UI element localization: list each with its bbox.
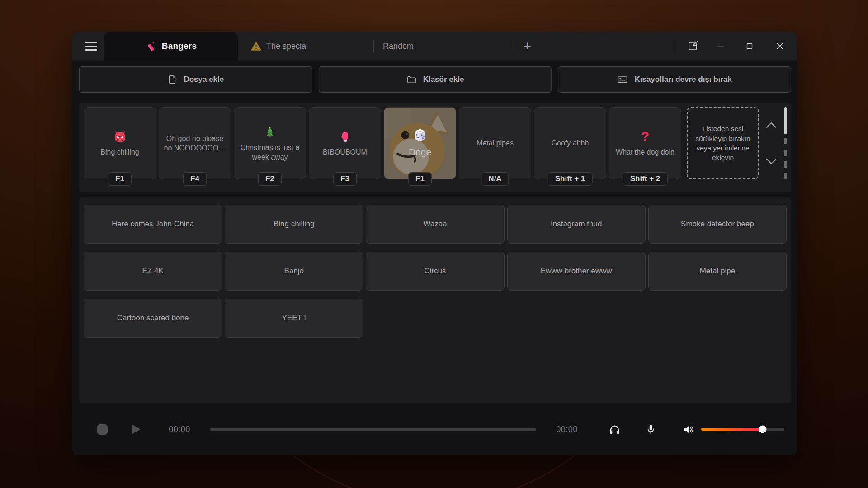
hotkey-badge: F2 bbox=[258, 172, 282, 186]
player-bar: 00:00 00:00 bbox=[72, 403, 797, 455]
minimize-icon[interactable] bbox=[715, 41, 726, 52]
hotkey-badge: F3 bbox=[333, 172, 357, 186]
volume-icon[interactable] bbox=[683, 423, 695, 436]
sound-button[interactable]: Here comes John China bbox=[84, 205, 222, 244]
sound-button[interactable]: Cartoon scared bone bbox=[84, 299, 222, 338]
christmas-tree-emoji-icon bbox=[263, 125, 277, 139]
favorites-dropzone[interactable]: Listeden sesi sürükleyip bırakın veya ye… bbox=[687, 107, 759, 179]
favorite-title: Bing chilling bbox=[96, 147, 143, 157]
add-folder-button[interactable]: Klasör ekle bbox=[319, 66, 552, 93]
hotkey-badge: F4 bbox=[183, 172, 207, 186]
tab-divider bbox=[373, 40, 374, 52]
elapsed-time: 00:00 bbox=[161, 425, 198, 434]
maximize-icon[interactable] bbox=[744, 41, 755, 52]
add-file-label: Dosya ekle bbox=[184, 75, 224, 84]
favorite-card-doge[interactable]: Doge F1 bbox=[384, 107, 456, 179]
volume-slider[interactable] bbox=[701, 428, 784, 431]
hotkey-badge: F1 bbox=[108, 172, 132, 186]
favorite-card[interactable]: Christmas is just a week away F2 bbox=[234, 107, 306, 179]
folder-icon bbox=[406, 75, 417, 85]
tab-label: Bangers bbox=[162, 41, 197, 51]
microphone-icon[interactable] bbox=[645, 424, 656, 435]
favorite-title: Doge bbox=[405, 146, 435, 159]
add-tab-button[interactable]: + bbox=[518, 32, 536, 61]
favorites-scroll-buttons bbox=[762, 107, 781, 179]
favorites-panel: Bing chilling F1 Oh god no please no NOO… bbox=[79, 103, 791, 192]
boxing-glove-emoji-icon bbox=[338, 129, 352, 144]
sound-button[interactable]: Circus bbox=[366, 252, 504, 291]
hotkey-badge: F1 bbox=[408, 172, 432, 186]
tab-label: Random bbox=[383, 42, 414, 51]
favorite-card[interactable]: ? What the dog doin Shift + 2 bbox=[609, 107, 681, 179]
sound-button[interactable]: Bing chilling bbox=[225, 205, 363, 244]
warning-icon bbox=[251, 41, 261, 52]
play-button[interactable] bbox=[130, 423, 142, 435]
favorite-title: What the dog doin bbox=[612, 147, 679, 157]
tab-random[interactable]: Random bbox=[383, 32, 414, 61]
window-controls bbox=[676, 32, 797, 61]
favorite-card[interactable]: Oh god no please no NOOOOOOO… F4 bbox=[159, 107, 231, 179]
tab-label: The special bbox=[266, 42, 308, 51]
hotkey-badge: N/A bbox=[481, 172, 509, 186]
favorite-title: Christmas is just a week away bbox=[234, 143, 306, 162]
volume-fill bbox=[701, 428, 763, 431]
close-icon[interactable] bbox=[774, 40, 786, 52]
disable-shortcuts-button[interactable]: Kısayolları devre dışı bırak bbox=[558, 66, 791, 93]
firecracker-icon bbox=[145, 39, 156, 53]
favorite-title: Oh god no please no NOOOOOOO… bbox=[159, 134, 231, 153]
chevron-down-icon[interactable] bbox=[765, 157, 778, 165]
keyboard-icon bbox=[617, 74, 628, 85]
tab-bangers[interactable]: Bangers bbox=[104, 32, 238, 61]
disable-shortcuts-label: Kısayolları devre dışı bırak bbox=[634, 75, 731, 84]
favorite-card[interactable]: BIBOUBOUM F3 bbox=[309, 107, 381, 179]
file-icon bbox=[167, 75, 177, 84]
sound-button[interactable]: Smoke detector beep bbox=[648, 205, 787, 244]
total-time: 00:00 bbox=[549, 425, 585, 434]
add-file-button[interactable]: Dosya ekle bbox=[79, 66, 312, 93]
sound-button[interactable]: Wazaa bbox=[366, 205, 504, 244]
menu-icon[interactable] bbox=[85, 42, 97, 51]
red-question-mark-icon: ? bbox=[641, 129, 649, 144]
favorite-title: Metal pipes bbox=[472, 138, 518, 148]
stop-button[interactable] bbox=[97, 424, 108, 435]
add-folder-label: Klasör ekle bbox=[423, 75, 464, 84]
controls-divider bbox=[676, 39, 676, 53]
doge-image bbox=[384, 108, 456, 179]
favorite-card[interactable]: Goofy ahhh Shift + 1 bbox=[534, 107, 606, 179]
toolbar: Dosya ekle Klasör ekle Kısayolları devre… bbox=[79, 66, 791, 93]
compact-mode-icon[interactable] bbox=[686, 39, 700, 53]
tab-bar: Bangers The special Random + bbox=[72, 32, 797, 61]
dropzone-text: Listeden sesi sürükleyip bırakın veya ye… bbox=[690, 124, 755, 163]
chevron-up-icon[interactable] bbox=[765, 121, 778, 129]
favorite-card[interactable]: Metal pipes N/A bbox=[459, 107, 531, 179]
sound-button[interactable]: Metal pipe bbox=[648, 252, 787, 291]
sound-button[interactable]: YEET ! bbox=[225, 299, 363, 338]
favorite-card[interactable]: Bing chilling F1 bbox=[84, 107, 156, 179]
scrollbar-track bbox=[784, 138, 787, 179]
volume-thumb[interactable] bbox=[759, 426, 767, 433]
ogre-emoji-icon bbox=[113, 129, 127, 144]
seek-bar[interactable] bbox=[210, 428, 536, 431]
scrollbar-thumb[interactable] bbox=[784, 107, 787, 134]
favorite-title: BIBOUBOUM bbox=[319, 147, 371, 157]
game-die-emoji-icon bbox=[412, 128, 428, 142]
sound-grid: Here comes John China Bing chilling Waza… bbox=[79, 197, 791, 403]
sound-button[interactable]: Ewww brother ewww bbox=[507, 252, 646, 291]
tab-the-special[interactable]: The special bbox=[251, 32, 308, 61]
app-window: Bangers The special Random + bbox=[72, 32, 797, 455]
favorite-title: Goofy ahhh bbox=[547, 138, 593, 148]
sound-button[interactable]: Instagram thud bbox=[507, 205, 646, 244]
favorites-scrollbar[interactable] bbox=[784, 107, 787, 179]
sound-button[interactable]: EZ 4K bbox=[84, 252, 222, 291]
hotkey-badge: Shift + 2 bbox=[623, 172, 668, 186]
hotkey-badge: Shift + 1 bbox=[548, 172, 593, 186]
tab-divider bbox=[510, 40, 510, 52]
sound-button[interactable]: Banjo bbox=[225, 252, 363, 291]
headphones-icon[interactable] bbox=[609, 423, 621, 436]
